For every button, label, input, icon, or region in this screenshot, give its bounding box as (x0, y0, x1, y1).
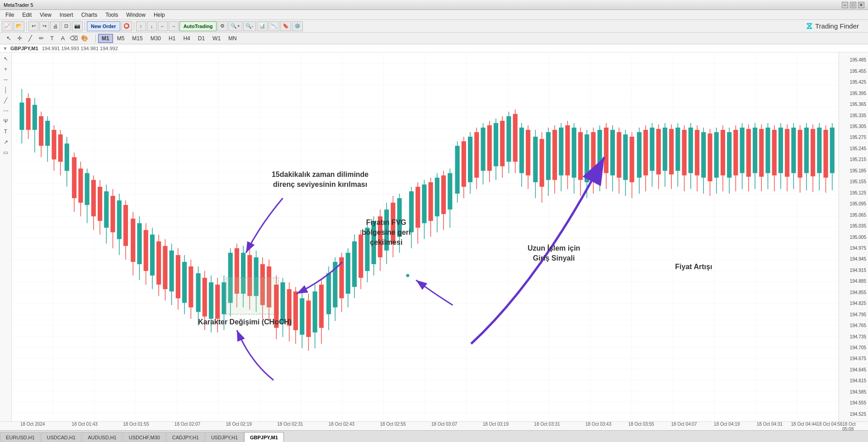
svg-rect-41 (137, 223, 142, 264)
buy-button[interactable]: ↑ (136, 21, 146, 31)
undo-button[interactable]: ↩ (28, 21, 38, 31)
lt-vline[interactable]: │ (1, 86, 10, 95)
left-arrow-button[interactable]: ← (158, 21, 168, 31)
price-label-33: 194.525 (850, 411, 866, 416)
lt-rect[interactable]: ▭ (1, 148, 10, 157)
tf-w1[interactable]: W1 (209, 34, 224, 43)
price-label-7: 195.305 (850, 124, 866, 129)
maximize-button[interactable]: □ (850, 2, 856, 8)
chart-ohlc: 194.991 194.993 194.981 194.992 (42, 46, 118, 51)
lt-text[interactable]: T (1, 127, 10, 136)
cursor-tool[interactable]: ↖ (4, 34, 14, 43)
menu-tools[interactable]: Tools (102, 11, 122, 19)
menu-view[interactable]: View (36, 11, 55, 19)
svg-rect-163 (533, 137, 538, 182)
redo-button[interactable]: ↪ (39, 21, 49, 31)
lt-cross[interactable]: + (1, 65, 10, 74)
tf-m30[interactable]: M30 (147, 34, 165, 43)
menu-window[interactable]: Window (123, 11, 149, 19)
crosshair-tool[interactable]: ✛ (14, 34, 24, 43)
right-arrow-button[interactable]: → (169, 21, 179, 31)
svg-rect-57 (189, 266, 193, 308)
tab-eurusd-h1[interactable]: EURUSD,H1 (0, 432, 41, 442)
tab-usdchf-m30[interactable]: USDCHF,M30 (123, 432, 166, 442)
svg-rect-155 (506, 116, 511, 162)
price-label-8: 195.275 (850, 135, 866, 140)
svg-rect-127 (415, 187, 420, 228)
objects-button[interactable]: 🔖 (280, 21, 291, 31)
time-label-2: 18 Oct 01:43 (72, 422, 98, 427)
menu-help[interactable]: Help (150, 11, 169, 19)
svg-rect-37 (123, 205, 128, 246)
time-label-12: 18 Oct 03:43 (585, 422, 611, 427)
tf-mn[interactable]: MN (225, 34, 241, 43)
price-label-10: 195.215 (850, 157, 866, 162)
tab-usdjpy-h1[interactable]: USDJPY,H1 (205, 432, 244, 442)
menu-edit[interactable]: Edit (19, 11, 35, 19)
minimize-button[interactable]: ─ (842, 2, 848, 8)
label-tool[interactable]: A (58, 34, 68, 43)
text-tool[interactable]: T (47, 34, 57, 43)
zoom-out-button[interactable]: 🔍- (243, 21, 256, 31)
zoom-fit-button[interactable]: ⊡ (61, 21, 71, 31)
pen-tool[interactable]: ✏ (36, 34, 46, 43)
line-tool[interactable]: ╱ (25, 34, 35, 43)
tab-audusd-h1[interactable]: AUDUSD,H1 (82, 432, 123, 442)
zoom-in-button[interactable]: 🔍+ (228, 21, 242, 31)
price-label-11: 195.185 (850, 168, 866, 173)
tf-m15[interactable]: M15 (128, 34, 146, 43)
svg-rect-241 (785, 129, 789, 177)
toolbar-separator-3 (134, 22, 134, 31)
tf-h4[interactable]: H4 (179, 34, 193, 43)
menu-charts[interactable]: Charts (78, 11, 101, 19)
chart-canvas[interactable]: 15dakikalık zaman diliminde direnç seviy… (12, 52, 839, 421)
svg-rect-100 (326, 273, 331, 314)
menu-insert[interactable]: Insert (56, 11, 77, 19)
price-label-20: 194.915 (850, 267, 866, 272)
close-button[interactable]: ✕ (858, 2, 864, 8)
tf-m1[interactable]: M1 (98, 34, 113, 43)
lt-fib[interactable]: Ψ (1, 117, 10, 126)
settings-button[interactable]: ⚙️ (292, 21, 303, 31)
sell-button[interactable]: ↓ (147, 21, 157, 31)
new-order-button[interactable]: New Order (87, 21, 120, 31)
price-axis: 195.485 195.455 195.425 195.395 195.365 … (839, 52, 868, 421)
indicators-button[interactable]: 📉 (269, 21, 279, 31)
drawing-tools: ↖ ✛ ╱ ✏ T A ⌫ 🎨 (4, 34, 90, 43)
screenshot-button[interactable]: 📷 (72, 21, 83, 31)
color-tool[interactable]: 🎨 (80, 34, 90, 43)
svg-rect-133 (435, 178, 439, 217)
svg-rect-86 (280, 282, 285, 323)
menu-file[interactable]: File (2, 11, 18, 19)
autotrading-button[interactable]: AutoTrading (179, 21, 217, 31)
algo-button[interactable]: ⚙ (217, 21, 227, 31)
tab-usdcad-h1[interactable]: USDCAD,H1 (41, 432, 82, 442)
lt-hline[interactable]: ─ (1, 75, 10, 84)
print-button[interactable]: 🖨 (50, 21, 60, 31)
time-label-6: 18 Oct 02:31 (277, 422, 303, 427)
chart-main: ↖ + ─ │ ╱ ⋯ Ψ T ↗ ▭ (0, 52, 868, 421)
lt-cursor[interactable]: ↖ (1, 54, 10, 63)
svg-rect-243 (791, 128, 796, 173)
price-label-6: 195.335 (850, 113, 866, 118)
svg-rect-219 (714, 132, 719, 178)
tab-cadjpy-h1[interactable]: CADJPY,H1 (166, 432, 205, 442)
chart-type-button[interactable]: 📊 (257, 21, 268, 31)
svg-rect-233 (759, 129, 764, 177)
lt-trendline[interactable]: ╱ (1, 96, 10, 105)
eraser-tool[interactable]: ⌫ (69, 34, 79, 43)
toolbar-separator-1 (26, 22, 27, 31)
time-label-16: 18 Oct 04:31 (757, 422, 783, 427)
circle-button[interactable]: ⭕ (121, 21, 132, 31)
price-label-2: 195.455 (850, 68, 866, 73)
tab-gbpjpy-m1[interactable]: GBPJPY,M1 (244, 432, 284, 442)
lt-channel[interactable]: ⋯ (1, 106, 10, 115)
tf-h1[interactable]: H1 (165, 34, 179, 43)
new-chart-button[interactable]: 📈 (2, 21, 13, 31)
tf-d1[interactable]: D1 (194, 34, 208, 43)
svg-rect-205 (669, 129, 674, 175)
open-button[interactable]: 📂 (14, 21, 24, 31)
chart-container: ▼ GBPJPY,M1 194.991 194.993 194.981 194.… (0, 44, 868, 430)
lt-arrow[interactable]: ↗ (1, 138, 10, 147)
tf-m5[interactable]: M5 (113, 34, 128, 43)
